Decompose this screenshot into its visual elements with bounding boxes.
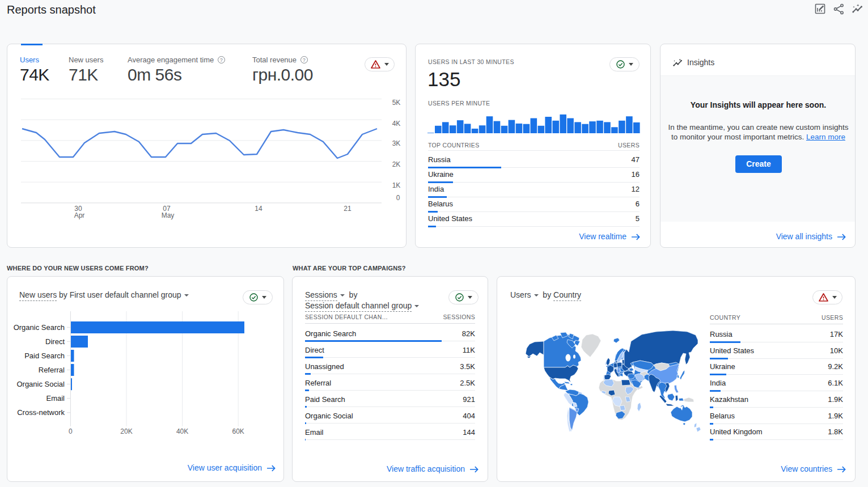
- svg-text:0: 0: [396, 194, 400, 202]
- svg-text:5K: 5K: [392, 99, 401, 107]
- svg-text:4K: 4K: [392, 120, 401, 128]
- svg-text:0: 0: [69, 427, 73, 435]
- svg-text:Paid Search: Paid Search: [24, 352, 65, 360]
- svg-text:Organic Social: Organic Social: [16, 380, 65, 388]
- svg-text:May: May: [162, 211, 175, 219]
- svg-text:Referral: Referral: [39, 366, 65, 374]
- svg-text:21: 21: [344, 205, 352, 213]
- svg-text:Email: Email: [46, 394, 65, 403]
- svg-text:60K: 60K: [232, 427, 244, 435]
- svg-text:40K: 40K: [176, 427, 188, 435]
- svg-text:1K: 1K: [392, 181, 401, 189]
- svg-text:2K: 2K: [392, 160, 401, 168]
- svg-text:Cross-network: Cross-network: [17, 408, 65, 417]
- svg-text:Organic Search: Organic Search: [14, 323, 65, 332]
- svg-text:Apr: Apr: [74, 211, 85, 219]
- svg-text:Direct: Direct: [45, 337, 65, 346]
- svg-text:3K: 3K: [392, 139, 401, 147]
- svg-text:14: 14: [255, 205, 262, 213]
- svg-text:20K: 20K: [120, 427, 132, 435]
